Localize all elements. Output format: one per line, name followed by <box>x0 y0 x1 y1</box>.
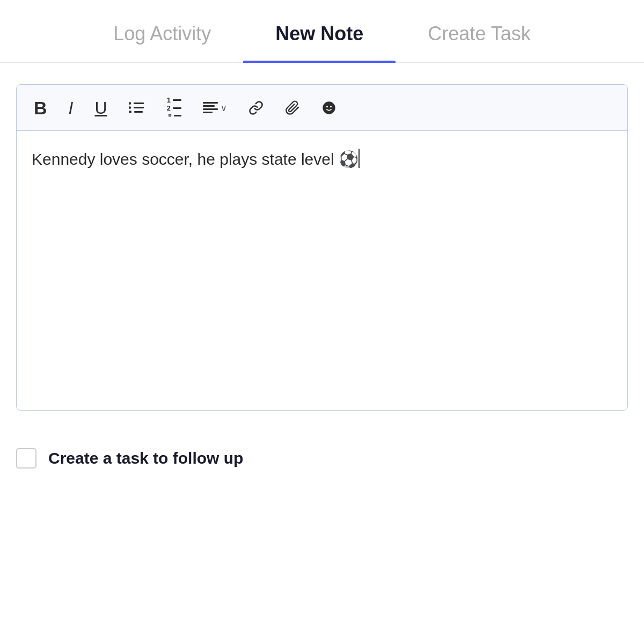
unordered-list-button[interactable] <box>127 100 146 115</box>
smiley-icon <box>321 100 336 115</box>
tab-log-activity[interactable]: Log Activity <box>81 5 243 62</box>
paperclip-icon <box>285 100 300 115</box>
tab-create-task[interactable]: Create Task <box>396 5 562 62</box>
ordered-list-icon: 1 2 ≡ <box>165 97 181 119</box>
link-icon <box>248 100 264 115</box>
follow-up-label: Create a task to follow up <box>48 449 243 467</box>
align-icon-group: ∨ <box>203 102 227 113</box>
align-chevron-icon: ∨ <box>221 104 227 113</box>
underline-button[interactable]: U <box>92 97 109 119</box>
bold-button[interactable]: B <box>32 97 49 119</box>
text-cursor <box>358 149 360 168</box>
attach-button[interactable] <box>283 98 302 118</box>
svg-point-0 <box>323 101 335 114</box>
follow-up-checkbox[interactable] <box>16 448 36 469</box>
text-editor-area[interactable]: Kennedy loves soccer, he plays state lev… <box>17 131 627 410</box>
toolbar: B I U 1 2 <box>17 85 627 131</box>
ordered-list-button[interactable]: 1 2 ≡ <box>163 94 184 121</box>
italic-button[interactable]: I <box>67 97 76 119</box>
tab-new-note[interactable]: New Note <box>243 5 396 62</box>
align-button[interactable]: ∨ <box>201 100 229 115</box>
tabs-container: Log Activity New Note Create Task <box>0 5 644 63</box>
follow-up-section: Create a task to follow up <box>0 427 644 490</box>
align-icon <box>203 102 218 113</box>
note-text: Kennedy loves soccer, he plays state lev… <box>32 147 612 171</box>
svg-point-1 <box>326 106 328 107</box>
svg-point-2 <box>330 106 332 107</box>
link-button[interactable] <box>246 98 266 118</box>
editor-wrapper: B I U 1 2 <box>16 84 628 411</box>
list-icon <box>129 102 144 113</box>
emoji-button[interactable] <box>319 98 339 118</box>
